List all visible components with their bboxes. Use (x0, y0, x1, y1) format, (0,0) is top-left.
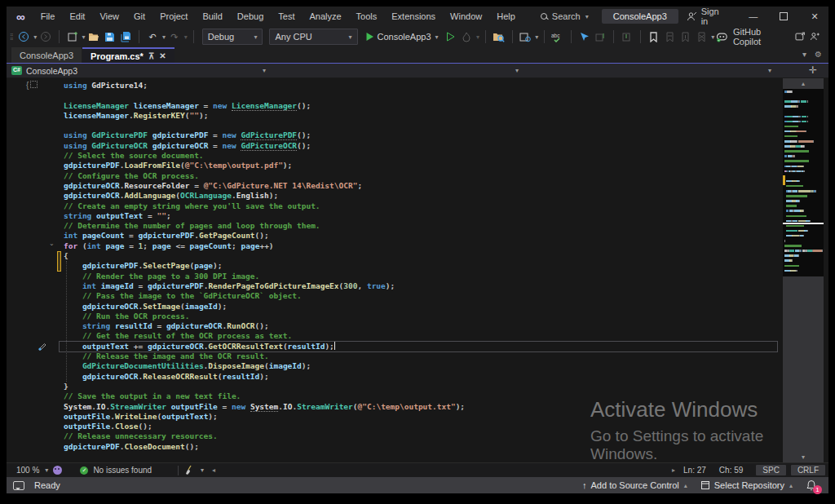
clear-bookmarks-button[interactable] (695, 29, 709, 44)
code-line[interactable]: for (int page = 1; page <= pageCount; pa… (64, 241, 781, 251)
code-line[interactable]: gdpicturePDF.SelectPage(page); (64, 261, 781, 271)
menu-item-help[interactable]: Help (489, 7, 523, 26)
tab-consoleapp3[interactable]: ConsoleApp3 (11, 47, 82, 63)
code-line[interactable] (64, 91, 781, 100)
save-button[interactable] (103, 29, 117, 44)
undo-caret-icon[interactable]: ▾ (162, 33, 166, 41)
scrollbar-up-button[interactable]: ▴ (783, 78, 824, 89)
navigate-forward-button[interactable] (38, 29, 53, 44)
menu-item-git[interactable]: Git (126, 7, 152, 26)
solution-configurations-select[interactable]: Debug ▾ (202, 29, 263, 45)
code-line[interactable]: // Render the page to a 300 DPI image. (64, 272, 781, 281)
sync-caret-icon[interactable]: ▾ (535, 33, 538, 41)
code-line[interactable]: // Get the result of the OCR process as … (64, 331, 781, 341)
tab-options-gear-icon[interactable]: ⚙ (815, 50, 822, 59)
scroll-left-icon[interactable]: ◂ (212, 466, 215, 474)
pin-tab-icon[interactable]: ⊼ (148, 51, 154, 60)
tab-programcs[interactable]: Program.cs*⊼✕ (82, 47, 175, 63)
navigate-back-caret-icon[interactable]: ▾ (33, 33, 37, 41)
previous-bookmark-button[interactable] (662, 29, 677, 44)
zoom-select[interactable]: 100 % (16, 466, 39, 475)
code-line[interactable]: // Determine the number of pages and loo… (64, 221, 781, 231)
code-line[interactable]: gdpicturePDF.CloseDocument(); (64, 442, 781, 452)
maximize-button[interactable] (771, 7, 798, 26)
line-indicator[interactable]: Ln: 27 (683, 466, 706, 475)
close-tab-icon[interactable]: ✕ (159, 51, 166, 60)
code-line[interactable]: // Save the output in a new text file. (64, 391, 781, 401)
code-text-area[interactable]: using GdPicture14;LicenseManager license… (7, 78, 781, 462)
navbar-project-dropdown[interactable]: ConsoleApp3 (26, 66, 77, 76)
notifications-button[interactable]: 1 (806, 480, 817, 491)
code-line[interactable]: // Configure the OCR process. (64, 171, 781, 181)
document-health-label[interactable]: No issues found (93, 466, 152, 475)
hot-reload-caret-icon[interactable]: ▾ (476, 33, 479, 41)
code-line[interactable]: LicenseManager licenseManager = new Lice… (64, 101, 781, 111)
close-button[interactable]: ✕ (801, 7, 828, 26)
code-line[interactable]: licenseManager.RegisterKEY(""); (64, 111, 781, 121)
code-line[interactable]: // Release the image and the OCR result. (64, 351, 781, 361)
start-debugging-button[interactable]: ConsoleApp3 ▾ (362, 32, 442, 42)
code-line[interactable]: // Pass the image to the `GdPictureOCR` … (64, 291, 781, 301)
menu-item-edit[interactable]: Edit (62, 7, 92, 26)
code-line[interactable]: gdpictureOCR.AddLanguage(OCRLanguage.Eng… (64, 191, 781, 201)
copilot-status-area[interactable]: GitHub Copilot (716, 27, 828, 46)
code-line[interactable]: string outputText = ""; (64, 211, 781, 221)
navbar-type-caret-icon[interactable]: ▾ (515, 67, 519, 74)
new-project-button[interactable] (65, 29, 80, 44)
code-line[interactable]: // Create an empty string where you'll s… (64, 201, 781, 211)
toolbar-overflow-icon[interactable]: ▾ (711, 33, 714, 41)
line-ending-indicator[interactable]: CRLF (791, 465, 825, 475)
toolbar-drag-handle[interactable]: ⁞⁞ (10, 33, 13, 42)
code-line[interactable]: using GdPictureOCR gdpictureOCR = new Gd… (64, 141, 781, 151)
navigate-to-cursor-button[interactable] (577, 29, 592, 44)
scrollbar-down-button[interactable]: ▾ (783, 452, 824, 462)
code-line[interactable]: gdpictureOCR.SetImage(imageId); (64, 302, 781, 312)
code-line[interactable]: gdpicturePDF.LoadFromFile(@"C:\temp\outp… (64, 161, 781, 170)
visual-studio-logo-icon[interactable]: ∞ (16, 11, 25, 23)
select-repository-button[interactable]: Select Repository ▴ (700, 480, 793, 490)
step-over-button[interactable] (593, 29, 607, 44)
navbar-member-caret-icon[interactable]: ▾ (768, 67, 771, 74)
active-files-chevron-icon[interactable]: ▾ (802, 50, 806, 59)
add-to-source-control-button[interactable]: ↑ Add to Source Control ▴ (582, 480, 687, 490)
using-directives-outline-icon[interactable]: { (26, 81, 38, 90)
copilot-status-icon[interactable] (53, 466, 62, 475)
scroll-right-icon[interactable]: ▸ (672, 466, 675, 474)
zoom-caret-icon[interactable]: ▾ (45, 466, 48, 474)
menu-item-extensions[interactable]: Extensions (384, 7, 443, 26)
code-line[interactable]: // Run the OCR process. (64, 312, 781, 321)
code-line[interactable]: // Release unnecessary resources. (64, 431, 781, 441)
code-line[interactable]: outputFile.WriteLine(outputText); (64, 412, 781, 422)
menu-item-build[interactable]: Build (195, 7, 229, 26)
menu-item-file[interactable]: File (33, 7, 63, 26)
spell-checker-button[interactable]: abc (550, 29, 565, 44)
horizontal-scrollbar[interactable]: ◂ ▸ (209, 466, 678, 474)
code-line[interactable]: outputText += gdpictureOCR.GetOCRResultT… (64, 342, 781, 351)
step-into-button[interactable] (620, 29, 634, 44)
copilot-edit-pencil-icon[interactable] (38, 341, 47, 351)
code-line[interactable]: int pageCount = gdpicturePDF.GetPageCoun… (64, 231, 781, 241)
solution-platforms-select[interactable]: Any CPU ▾ (269, 29, 357, 45)
code-line[interactable]: using GdPicture14; (64, 81, 781, 91)
code-editor[interactable]: using GdPicture14;LicenseManager license… (7, 78, 828, 462)
redo-button[interactable]: ↷ (167, 29, 182, 44)
sync-with-active-document-button[interactable] (519, 29, 533, 44)
redo-caret-icon[interactable]: ▾ (184, 33, 188, 41)
code-line[interactable]: gdpictureOCR.ResourceFolder = @"C:\GdPic… (64, 181, 781, 191)
menu-item-window[interactable]: Window (443, 7, 489, 26)
spaces-indicator[interactable]: SPC (756, 465, 786, 475)
start-without-debugging-button[interactable] (444, 29, 458, 44)
sign-in-button[interactable]: Sign in (678, 7, 736, 26)
code-line[interactable]: gdpictureOCR.ReleaseOCRResult(resultId); (64, 372, 781, 382)
code-line[interactable]: { (64, 251, 781, 261)
hot-reload-button[interactable] (459, 29, 474, 44)
save-all-button[interactable] (119, 29, 134, 44)
code-cleanup-button[interactable] (183, 465, 195, 475)
code-cleanup-caret-icon[interactable]: ▾ (201, 466, 204, 474)
menu-item-view[interactable]: View (92, 7, 126, 26)
feedback-icon[interactable] (810, 32, 820, 42)
code-line[interactable]: System.IO.StreamWriter outputFile = new … (64, 402, 781, 412)
feedback-bubble-icon[interactable] (13, 481, 24, 490)
code-line[interactable]: // Select the source document. (64, 151, 781, 161)
open-file-button[interactable] (87, 29, 102, 44)
